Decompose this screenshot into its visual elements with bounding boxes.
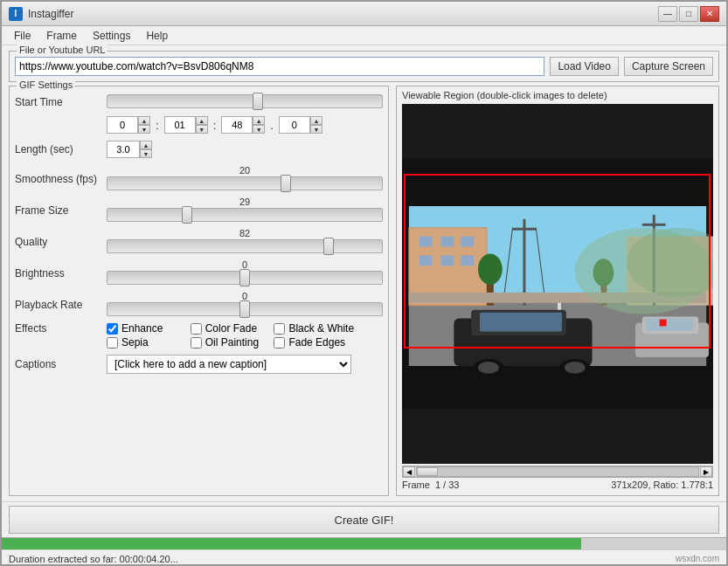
smoothness-slider[interactable] xyxy=(107,176,383,190)
brightness-control: 0 xyxy=(107,259,383,287)
frames-input[interactable]: 0 xyxy=(279,116,310,134)
scrollbar-track[interactable] xyxy=(416,466,699,477)
start-time-slider-container xyxy=(107,94,383,111)
scroll-right-button[interactable]: ▶ xyxy=(700,466,712,477)
time-sep-1: : xyxy=(156,119,159,132)
viewable-region-label: Viewable Region (double-click images to … xyxy=(402,90,713,100)
effects-control: Enhance Color Fade Black & White Se xyxy=(107,322,383,349)
black-white-checkbox[interactable] xyxy=(274,323,285,335)
minutes-up[interactable]: ▲ xyxy=(196,116,208,125)
seconds-input[interactable]: 48 xyxy=(221,116,253,134)
menu-help[interactable]: Help xyxy=(139,28,175,44)
start-time-slider[interactable] xyxy=(107,94,383,108)
enhance-checkbox[interactable] xyxy=(107,323,118,335)
create-gif-bar: Create GIF! xyxy=(2,501,726,537)
minutes-spinner-btns: ▲ ▼ xyxy=(196,116,208,134)
color-fade-label: Color Fade xyxy=(205,322,257,335)
sepia-checkbox-item[interactable]: Sepia xyxy=(107,336,187,349)
video-frame-svg xyxy=(402,104,713,464)
menu-frame[interactable]: Frame xyxy=(39,28,84,44)
title-bar-left: I Instagiffer xyxy=(9,7,73,21)
frame-counter: Frame 1 / 33 xyxy=(402,480,459,490)
start-time-label: Start Time xyxy=(15,96,107,108)
create-gif-button[interactable]: Create GIF! xyxy=(9,506,719,534)
quality-slider[interactable] xyxy=(107,239,383,253)
minutes-spinner: 01 ▲ ▼ xyxy=(164,116,208,134)
enhance-checkbox-item[interactable]: Enhance xyxy=(107,322,187,335)
effects-row: Effects Enhance Color Fade B xyxy=(15,322,383,349)
load-video-button[interactable]: Load Video xyxy=(550,57,619,76)
effects-grid: Enhance Color Fade Black & White Se xyxy=(107,322,354,349)
hours-spinner-btns: ▲ ▼ xyxy=(138,116,150,134)
capture-screen-button[interactable]: Capture Screen xyxy=(624,57,713,76)
hours-input[interactable]: 0 xyxy=(107,116,138,134)
scrollbar-thumb[interactable] xyxy=(417,467,438,476)
black-white-checkbox-item[interactable]: Black & White xyxy=(274,322,354,335)
length-up[interactable]: ▲ xyxy=(140,141,152,149)
frame-size-label: Frame Size xyxy=(15,204,107,217)
length-down[interactable]: ▼ xyxy=(140,149,152,158)
start-time-row: Start Time 0 ▲ ▼ : xyxy=(15,90,383,134)
brightness-slider[interactable] xyxy=(107,271,383,285)
menu-file[interactable]: File xyxy=(7,28,38,44)
smoothness-row: Smoothness (fps) 20 xyxy=(15,165,383,193)
sepia-label: Sepia xyxy=(121,336,149,349)
playback-rate-slider-container: 0 xyxy=(107,291,383,319)
window-title: Instagiffer xyxy=(28,8,73,20)
smoothness-label: Smoothness (fps) xyxy=(15,173,107,185)
main-content: File or Youtube URL Load Video Capture S… xyxy=(2,45,726,501)
playback-rate-slider[interactable] xyxy=(107,302,383,316)
captions-label: Captions xyxy=(15,358,107,370)
scroll-left-button[interactable]: ◀ xyxy=(403,466,415,477)
oil-painting-checkbox-item[interactable]: Oil Painting xyxy=(191,336,271,349)
seconds-up[interactable]: ▲ xyxy=(253,116,265,125)
status-bar: Duration extracted so far: 00:00:04.20..… xyxy=(2,549,726,566)
file-url-row: Load Video Capture Screen xyxy=(15,57,713,76)
captions-select[interactable]: [Click here to add a new caption] xyxy=(107,355,351,374)
length-spinner: 3.0 ▲ ▼ xyxy=(107,141,152,158)
sepia-checkbox[interactable] xyxy=(107,337,118,349)
menu-settings[interactable]: Settings xyxy=(86,28,137,44)
fade-edges-checkbox-item[interactable]: Fade Edges xyxy=(274,336,354,349)
brightness-slider-container: 0 xyxy=(107,259,383,287)
close-button[interactable]: ✕ xyxy=(700,6,719,22)
svg-rect-8 xyxy=(419,237,433,247)
hours-down[interactable]: ▼ xyxy=(138,125,150,134)
smoothness-slider-container: 20 xyxy=(107,165,383,193)
gif-settings-label: GIF Settings xyxy=(17,79,75,90)
video-scrollbar: ◀ ▶ xyxy=(402,466,713,478)
minutes-input[interactable]: 01 xyxy=(164,116,196,134)
seconds-spinner: 48 ▲ ▼ xyxy=(221,116,265,134)
minimize-button[interactable]: — xyxy=(658,6,677,22)
frames-down[interactable]: ▼ xyxy=(310,125,322,134)
svg-rect-13 xyxy=(461,255,474,266)
seconds-spinner-btns: ▲ ▼ xyxy=(253,116,265,134)
captions-control: [Click here to add a new caption] xyxy=(107,355,383,374)
seconds-down[interactable]: ▼ xyxy=(253,125,265,134)
black-white-label: Black & White xyxy=(288,322,354,335)
frame-size-slider[interactable] xyxy=(107,208,383,222)
menu-bar: File Frame Settings Help xyxy=(2,26,726,45)
maximize-button[interactable]: □ xyxy=(679,6,698,22)
color-fade-checkbox[interactable] xyxy=(191,323,202,335)
video-area[interactable] xyxy=(402,104,713,464)
svg-rect-24 xyxy=(642,224,666,226)
color-fade-checkbox-item[interactable]: Color Fade xyxy=(191,322,271,335)
time-row: 0 ▲ ▼ : 01 ▲ ▼ : xyxy=(107,116,322,134)
frames-spinner-btns: ▲ ▼ xyxy=(310,116,322,134)
brightness-label: Brightness xyxy=(15,267,107,280)
quality-row: Quality 82 xyxy=(15,228,383,256)
oil-painting-checkbox[interactable] xyxy=(191,337,202,349)
playback-rate-row: Playback Rate 0 xyxy=(15,291,383,319)
effects-label: Effects xyxy=(15,322,107,335)
length-input[interactable]: 3.0 xyxy=(107,141,140,158)
app-icon: I xyxy=(9,7,23,21)
frames-up[interactable]: ▲ xyxy=(310,116,322,125)
enhance-label: Enhance xyxy=(121,322,163,335)
url-input[interactable] xyxy=(15,57,544,76)
window-controls: — □ ✕ xyxy=(658,6,719,22)
fade-edges-checkbox[interactable] xyxy=(274,337,285,349)
minutes-down[interactable]: ▼ xyxy=(196,125,208,134)
status-text: Duration extracted so far: 00:00:04.20..… xyxy=(9,554,178,564)
hours-up[interactable]: ▲ xyxy=(138,116,150,125)
